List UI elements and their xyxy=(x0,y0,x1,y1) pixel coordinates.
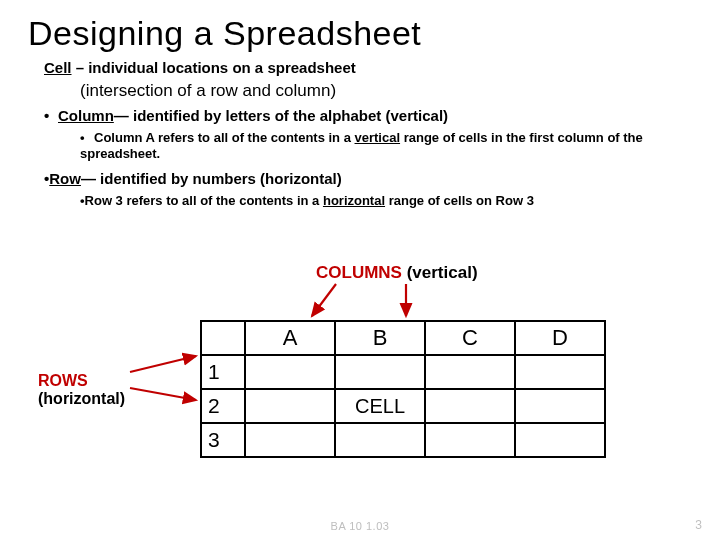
cell-rest: – individual locations on a spreadsheet xyxy=(72,59,356,76)
row-header-1: 1 xyxy=(201,355,245,389)
def-column-sub: •Column A refers to all of the contents … xyxy=(44,130,676,163)
cell-b1 xyxy=(335,355,425,389)
row-sub-pre: Row 3 refers to all of the contents in a xyxy=(85,193,323,208)
cell-d3 xyxy=(515,423,605,457)
col-header-b: B xyxy=(335,321,425,355)
row-sub-u: horizontal xyxy=(323,193,385,208)
row-sub-post: range of cells on Row 3 xyxy=(385,193,534,208)
bullet-icon: • xyxy=(80,130,94,146)
def-cell-sub: (intersection of a row and column) xyxy=(44,80,676,101)
columns-label-red: COLUMNS xyxy=(316,263,402,282)
column-term: Column xyxy=(58,107,114,124)
cell-c1 xyxy=(425,355,515,389)
diagram-area: COLUMNS (vertical) ROWS (horizontal) A B… xyxy=(0,260,720,520)
cell-d1 xyxy=(515,355,605,389)
col-header-d: D xyxy=(515,321,605,355)
row-term: Row xyxy=(49,170,81,187)
def-column-line: •Column— identified by letters of the al… xyxy=(44,107,676,126)
def-cell-line: Cell – individual locations on a spreads… xyxy=(44,59,676,78)
col-header-a: A xyxy=(245,321,335,355)
row-rest: — identified by numbers (horizontal) xyxy=(81,170,342,187)
footer-code: BA 10 1.03 xyxy=(0,520,720,532)
cell-c2 xyxy=(425,389,515,423)
cell-term: Cell xyxy=(44,59,72,76)
row-header-2: 2 xyxy=(201,389,245,423)
def-row-line: •Row— identified by numbers (horizontal) xyxy=(44,170,676,189)
grid-corner xyxy=(201,321,245,355)
columns-label: COLUMNS (vertical) xyxy=(316,263,478,283)
cell-a2 xyxy=(245,389,335,423)
cell-a1 xyxy=(245,355,335,389)
body-text: Cell – individual locations on a spreads… xyxy=(0,59,720,209)
rows-label-paren: (horizontal) xyxy=(38,390,125,407)
footer-page-number: 3 xyxy=(695,518,702,532)
slide-title: Designing a Spreadsheet xyxy=(0,0,720,59)
column-sub-u: vertical xyxy=(355,130,401,145)
col-header-c: C xyxy=(425,321,515,355)
cell-c3 xyxy=(425,423,515,457)
cell-a3 xyxy=(245,423,335,457)
cell-d2 xyxy=(515,389,605,423)
spreadsheet-grid: A B C D 1 2 CELL 3 xyxy=(200,320,606,458)
bullet-icon: • xyxy=(44,107,58,126)
columns-label-paren: (vertical) xyxy=(402,263,478,282)
rows-label-red: ROWS xyxy=(38,372,88,389)
cell-b2: CELL xyxy=(335,389,425,423)
column-rest: — identified by letters of the alphabet … xyxy=(114,107,448,124)
rows-label: ROWS (horizontal) xyxy=(38,372,125,409)
column-sub-pre: Column A refers to all of the contents i… xyxy=(94,130,355,145)
row-header-3: 3 xyxy=(201,423,245,457)
def-row-sub: •Row 3 refers to all of the contents in … xyxy=(44,193,676,209)
cell-b3 xyxy=(335,423,425,457)
